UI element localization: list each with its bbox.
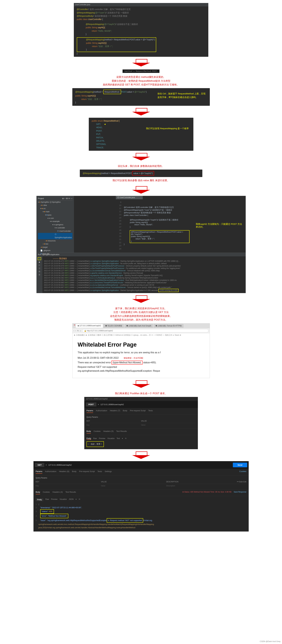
browser-tab-active[interactable]: ◆ 127.0.0.1:8080/user/sayhi2 [76, 324, 103, 328]
error-type-highlight: (type=Method Not Allowed, [112, 360, 142, 364]
tree-item[interactable]: example [53, 220, 60, 222]
url-input[interactable]: 127.0.0.1:8080/user/sayhi2 [48, 464, 231, 466]
error-label: 错误类型：方法不匹配 [124, 357, 143, 359]
tree-item[interactable]: controller [58, 227, 65, 229]
toolbar-icons[interactable]: ⊕ ÷ ⚙ ✕ — [62, 197, 72, 200]
tab-tests[interactable]: Tests [98, 470, 102, 474]
tree-item[interactable]: springmvc [55, 224, 63, 226]
tab-headers[interactable]: Headers (6) [59, 470, 69, 474]
back-icon[interactable]: ⟲ [74, 324, 75, 328]
wrap-icon[interactable]: ⟲ [78, 498, 80, 501]
url-input[interactable]: 🔒 http://127.0.0.1:8080/user/sayhi2 [82, 329, 208, 332]
tree-item[interactable]: com [50, 217, 54, 219]
project-tree: Project⊕ ÷ ⚙ ✕ — ▾ ■ SpringMvc Q:\Spring… [36, 196, 74, 252]
key-input[interactable]: Key [36, 485, 101, 487]
tab-resp-headers[interactable]: Headers (5) [103, 430, 114, 434]
desc-input[interactable]: Description [166, 485, 232, 487]
tab-resp-body[interactable]: Body [36, 491, 40, 494]
nav-back-icon[interactable]: ‹ [74, 330, 74, 332]
tree-item-selected[interactable]: SpringMvcApplication [55, 236, 72, 238]
tree-item[interactable]: main [46, 211, 50, 213]
view-type[interactable]: Text [116, 438, 120, 440]
tab-resp-headers[interactable]: Headers (4) [52, 491, 63, 494]
save-response[interactable]: Save Response [234, 491, 246, 493]
tree-item[interactable]: target [43, 246, 48, 248]
view-preview[interactable]: Preview [51, 498, 58, 501]
tab-prerequest[interactable]: Pre-request Script [130, 410, 146, 413]
tab-body[interactable]: Body [123, 410, 127, 413]
method-snippet: (method = RequestMethod.POST, [122, 70, 160, 73]
value-input[interactable]: Value [101, 485, 166, 487]
bookmarks-bar[interactable]: ★ 示例收藏夹 ★ 京东商城 ☐ 翻译 ☐ 原工具导航 ☐ GitHub ⊕ 比… [72, 333, 210, 337]
nav-fwd-icon[interactable]: › [76, 330, 76, 332]
tab-resp-tests[interactable]: Test Results [66, 491, 76, 494]
url-input[interactable]: 127.0.0.1:8080/user/sayhi2 [100, 403, 124, 406]
home-icon[interactable]: ⌂ [80, 330, 81, 332]
response-highlight: 1 你好，世界！ [86, 441, 104, 447]
arrow-icon [132, 452, 150, 459]
wrap-icon[interactable]: ⟲ [125, 438, 126, 440]
status-highlight: "status": 405, [40, 509, 54, 514]
method-select[interactable]: GET [35, 463, 44, 467]
key-input[interactable]: Key [86, 424, 141, 426]
view-visualize[interactable]: Visualize [108, 438, 114, 440]
browser-tab[interactable]: ◆ (18条消息) Dark And Grey的 [124, 324, 153, 328]
console-log: ——— 重启项目 2022-07-25 23:03:56.473 INFO 10… [42, 256, 246, 293]
tree-item[interactable]: test [45, 243, 48, 245]
tree-item[interactable]: java [48, 214, 51, 216]
tree-item[interactable]: .idea [43, 204, 47, 206]
tab-resp-body[interactable]: Body [86, 430, 91, 434]
code-block-2: @RequestMapping(method = RequestMethod.P… [72, 88, 210, 106]
view-visualize[interactable]: Visualize [60, 498, 67, 501]
tab-auth[interactable]: Authorization [96, 410, 107, 413]
browser-tab[interactable]: ◆ (18条消息) Tomcat 和 HTTP协 [154, 324, 184, 328]
bulk-edit[interactable]: Bulk Edit [239, 481, 246, 483]
pm-tab-title: 127.0.0.1:8080/user/sayhi2 [84, 397, 198, 401]
error-title: Whitelabel Error Page [78, 342, 204, 348]
enum-block: public enum RequestMethod { GET,◄ HEAD, … [89, 118, 194, 151]
tab-resp-cookies[interactable]: Cookies [94, 430, 100, 434]
arrow-icon [132, 59, 150, 66]
tab-settings[interactable]: Settings [105, 470, 112, 474]
method-restrict-note: 我将sayHi2 方法限制为：只能通过 POST 方法来访问。 [196, 223, 242, 228]
tree-root[interactable]: SpringMvc Q:\SpringMvc [41, 201, 61, 203]
tab-headers[interactable]: Headers (7) [110, 410, 120, 413]
view-pretty[interactable]: Pretty [36, 498, 43, 501]
tab-params[interactable]: Params [86, 410, 93, 413]
send-button[interactable]: Send [233, 463, 247, 467]
tab-body[interactable]: Body [72, 470, 76, 474]
cookies-link[interactable]: Cookies [240, 470, 246, 474]
tree-item[interactable]: UserController [59, 230, 71, 232]
explanation-text-3: 我们可以发现 路由参数 借由 value 属性 来进行设置。 [112, 178, 169, 182]
editor-tab[interactable]: Ⓒ UserController.java [116, 196, 143, 199]
view-raw[interactable]: Raw [93, 438, 97, 440]
tab-tests[interactable]: Tests [148, 410, 153, 413]
browser-tabs: ⟲ ◆ 127.0.0.1:8080/user/sayhi2 ◆ 写文章-CSD… [72, 324, 210, 328]
stop-button[interactable]: ■ [39, 261, 40, 263]
browser-content: Whitelabel Error Page This application h… [72, 337, 210, 378]
highlighted-annotation: @RequestMapping(method = RequestMethod.P… [77, 37, 156, 52]
tab-resp-cookies[interactable]: Cookies [43, 491, 50, 494]
view-pretty[interactable]: Pretty [86, 438, 91, 440]
tree-item[interactable]: .gitignore [43, 250, 50, 252]
tab-prerequest[interactable]: Pre-request Script [79, 470, 95, 474]
view-raw[interactable]: Raw [46, 498, 49, 501]
tab-params[interactable]: Params [36, 470, 42, 474]
tab-auth[interactable]: Authorization [45, 470, 56, 474]
reload-icon[interactable]: ↻ [77, 330, 79, 332]
tab-resp-tests[interactable]: Test Results [116, 430, 127, 434]
restart-button[interactable]: ↻ [38, 257, 41, 260]
value-input[interactable]: Value [141, 424, 196, 426]
method-select[interactable]: POST [86, 402, 96, 406]
tab-filename: UserController.java [74, 3, 208, 6]
status-info: ⊕ Status: 405 Method Not Allowed Time: 3… [182, 491, 246, 494]
postman-window-2: GET▾ 127.0.0.1:8080/user/sayhi2 Send Par… [34, 461, 249, 532]
tree-item[interactable]: resources [48, 240, 56, 242]
editor-panel: Ⓒ UserController.java 910111213141516171… [116, 196, 246, 252]
browser-tab[interactable]: ◆ 写文章-CSDN博客 [104, 324, 124, 328]
browser-url-bar: ‹ › ↻ ⌂ 🔒 http://127.0.0.1:8080/user/say… [72, 328, 210, 333]
tree-item[interactable]: src [43, 208, 46, 210]
view-preview[interactable]: Preview [99, 438, 105, 440]
view-type[interactable]: JSON [69, 498, 74, 501]
value-highlight: value = @="/sayhi2") [132, 171, 154, 176]
